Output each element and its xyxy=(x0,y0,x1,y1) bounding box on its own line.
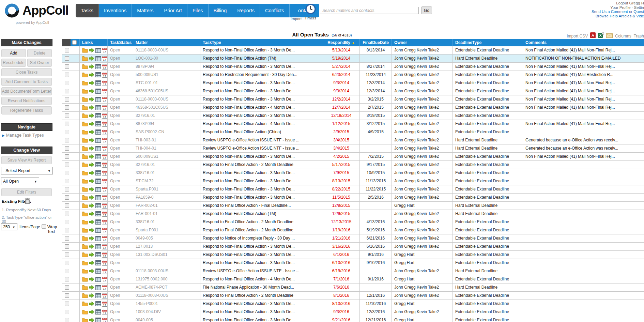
spreadsheet-icon[interactable] xyxy=(95,293,101,298)
row-checkbox[interactable] xyxy=(65,56,69,61)
task-type-cell[interactable]: Respond to Non-Final Office Action - 3 M… xyxy=(200,243,323,250)
spreadsheet-icon[interactable] xyxy=(95,195,101,200)
table-row[interactable]: 17 Open 500.009US1 Respond to Restrictio… xyxy=(62,71,644,79)
calendar-icon[interactable]: 17 xyxy=(102,146,107,151)
row-checkbox[interactable] xyxy=(65,73,69,77)
row-checkbox[interactable] xyxy=(65,122,69,126)
header-taskstatus[interactable]: TaskStatus xyxy=(108,39,133,46)
go-arrow-icon[interactable] xyxy=(89,203,94,208)
task-type-cell[interactable]: Respond to Non-Final Office Action - 3 M… xyxy=(200,316,323,322)
matter-cell[interactable]: 01118-0003-00US xyxy=(133,267,200,275)
folder-icon[interactable] xyxy=(82,228,88,233)
calendar-icon[interactable]: 17 xyxy=(102,301,107,307)
go-arrow-icon[interactable] xyxy=(89,97,94,102)
folder-icon[interactable] xyxy=(82,277,88,282)
spreadsheet-icon[interactable] xyxy=(95,228,101,233)
folder-icon[interactable] xyxy=(82,105,88,110)
search-input[interactable] xyxy=(320,7,419,14)
row-checkbox[interactable] xyxy=(65,130,69,134)
spreadsheet-icon[interactable] xyxy=(95,138,101,143)
nav-tab-reports[interactable]: Reports xyxy=(232,4,260,17)
folder-icon[interactable] xyxy=(82,309,88,315)
spreadsheet-icon[interactable] xyxy=(95,80,101,86)
spreadsheet-icon[interactable] xyxy=(95,318,101,322)
spreadsheet-icon[interactable] xyxy=(95,129,101,135)
row-checkbox[interactable] xyxy=(65,212,69,216)
row-checkbox[interactable] xyxy=(65,163,69,167)
calendar-icon[interactable]: 17 xyxy=(102,236,107,241)
matter-cell[interactable]: THI-004-01 xyxy=(133,144,200,152)
calendar-icon[interactable]: 17 xyxy=(102,80,107,86)
table-row[interactable]: 17 Open PA1659-0 Respond to Non-Final Of… xyxy=(62,194,644,202)
calendar-icon[interactable]: 17 xyxy=(102,179,107,184)
task-type-cell[interactable]: Respond to Final Office Action - 2 Month… xyxy=(200,161,323,169)
export-pdf-icon[interactable] xyxy=(590,32,596,40)
matter-cell[interactable]: 46368-501C05US xyxy=(133,104,200,111)
folder-icon[interactable] xyxy=(82,72,88,77)
row-checkbox[interactable] xyxy=(65,318,69,322)
matter-cell[interactable]: 127.0013 xyxy=(133,243,200,250)
row-checkbox[interactable] xyxy=(65,154,69,159)
calendar-icon[interactable]: 17 xyxy=(102,318,107,322)
spreadsheet-icon[interactable] xyxy=(95,236,101,241)
go-arrow-icon[interactable] xyxy=(89,170,94,175)
matter-cell[interactable]: 131975.0002.000 xyxy=(133,275,200,283)
task-type-cell[interactable]: Respond to Non-Final Office Action - 3 M… xyxy=(200,251,323,259)
folder-icon[interactable] xyxy=(82,301,88,306)
spreadsheet-icon[interactable] xyxy=(95,113,101,118)
row-checkbox[interactable] xyxy=(65,228,69,232)
task-type-cell[interactable]: Respond to Non-Final Office Action - 3 M… xyxy=(200,194,323,201)
table-row[interactable]: 17 Open 1455-P0001 Respond to Non-Final … xyxy=(62,300,644,308)
import-tool[interactable]: Import xyxy=(289,4,303,21)
spreadsheet-icon[interactable] xyxy=(95,105,101,110)
matter-cell[interactable]: FAR-002-01 xyxy=(133,202,200,210)
table-row[interactable]: 17 Open 327916.01 Respond to Non-Final O… xyxy=(62,112,644,120)
task-type-cell[interactable]: Review USPTO e-Office Action ISSUE.NTF -… xyxy=(200,136,323,144)
add-document-form-letter-button[interactable]: Add Document/Form Letter xyxy=(1,87,52,95)
reschedule-button[interactable]: Reschedule xyxy=(1,59,26,67)
folder-icon[interactable] xyxy=(82,138,88,143)
account-link[interactable]: Logout Gregg H xyxy=(592,1,644,5)
go-arrow-icon[interactable] xyxy=(89,219,94,225)
go-arrow-icon[interactable] xyxy=(89,129,94,135)
table-row[interactable]: 17 Open THI-004-01 Review USPTO e-Office… xyxy=(62,144,644,153)
row-checkbox[interactable] xyxy=(65,203,69,208)
report-select[interactable]: - Select Report -▼ xyxy=(1,167,53,174)
row-checkbox[interactable] xyxy=(65,220,69,224)
calendar-icon[interactable]: 17 xyxy=(102,203,107,209)
nav-tab-billing[interactable]: Billing xyxy=(209,4,232,17)
calendar-icon[interactable]: 17 xyxy=(102,269,107,274)
go-arrow-icon[interactable] xyxy=(89,195,94,200)
row-checkbox[interactable] xyxy=(65,48,69,52)
folder-icon[interactable] xyxy=(82,195,88,200)
folder-icon[interactable] xyxy=(82,236,88,241)
save-view-as-report-button[interactable]: Save View As Report xyxy=(1,156,52,164)
table-row[interactable]: 17 Open 01118-0003-00US Respond to Non-F… xyxy=(62,95,644,104)
folder-icon[interactable] xyxy=(82,260,88,265)
matter-cell[interactable]: 0049-005 xyxy=(133,234,200,242)
go-arrow-icon[interactable] xyxy=(89,179,94,184)
calendar-icon[interactable]: 17 xyxy=(102,260,107,266)
go-arrow-icon[interactable] xyxy=(89,187,94,192)
delete-button[interactable]: Delete xyxy=(27,49,52,57)
go-arrow-icon[interactable] xyxy=(89,252,94,257)
spreadsheet-icon[interactable] xyxy=(95,179,101,184)
table-row[interactable]: 17 Open 01118-0003-00US Review USPTO e-O… xyxy=(62,267,644,275)
folder-icon[interactable] xyxy=(82,113,88,118)
matter-cell[interactable]: SAS-P0002-CN xyxy=(133,128,200,136)
select-all-checkbox[interactable] xyxy=(72,40,77,45)
matter-cell[interactable]: STC-001-01 xyxy=(133,79,200,87)
nav-tab-matters[interactable]: Matters xyxy=(132,4,159,17)
go-arrow-icon[interactable] xyxy=(89,146,94,151)
spreadsheet-icon[interactable] xyxy=(95,56,101,61)
task-type-cell[interactable]: Respond to Non-Final Office Action (Chin… xyxy=(200,128,323,136)
calendar-icon[interactable]: 17 xyxy=(102,252,107,258)
task-type-cell[interactable]: Respond to Final Office Action - 2 Month… xyxy=(200,218,323,226)
table-row[interactable]: 17 Open 1003-004.DIV Respond to Non-Fina… xyxy=(62,308,644,316)
spreadsheet-icon[interactable] xyxy=(95,252,101,257)
folder-icon[interactable] xyxy=(82,293,88,298)
spreadsheet-icon[interactable] xyxy=(95,89,101,94)
matter-cell[interactable]: 327916.01 xyxy=(133,161,200,169)
task-type-cell[interactable]: Respond to Non-Final Office Action (TM) xyxy=(200,55,323,62)
calendar-icon[interactable]: 17 xyxy=(102,228,107,233)
